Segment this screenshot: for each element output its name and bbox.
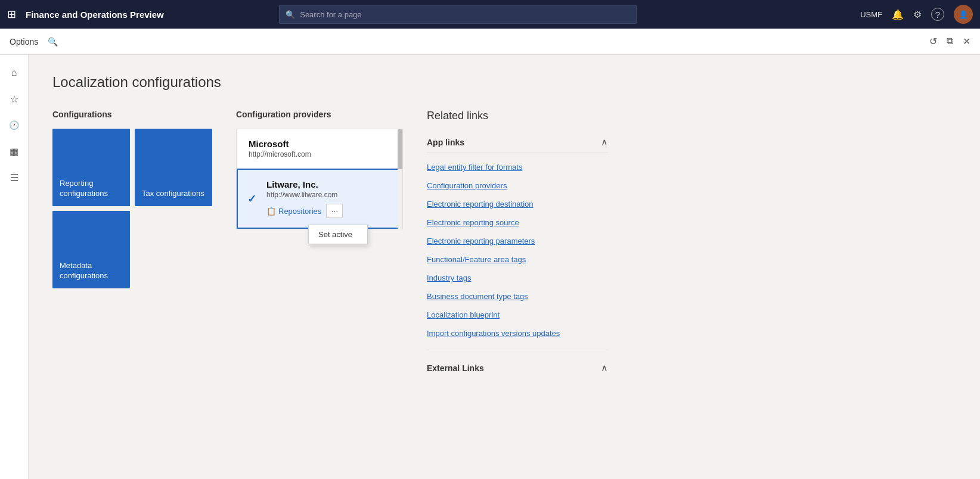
- link-functional-tags[interactable]: Functional/Feature area tags: [427, 250, 608, 269]
- repo-icon: 📋: [266, 207, 276, 216]
- help-icon[interactable]: ?: [931, 8, 944, 21]
- external-links-header: External Links ∧: [427, 357, 608, 378]
- page-content: Localization configurations Configuratio…: [29, 55, 980, 479]
- link-er-source[interactable]: Electronic reporting source: [427, 213, 608, 232]
- link-localization-blueprint[interactable]: Localization blueprint: [427, 306, 608, 324]
- provider-microsoft: Microsoft http://microsoft.com: [237, 129, 402, 169]
- litware-name: Litware, Inc.: [266, 179, 389, 189]
- close-icon[interactable]: ✕: [963, 36, 970, 47]
- set-active-item[interactable]: Set active: [309, 225, 367, 244]
- refresh-icon[interactable]: ↺: [929, 36, 937, 47]
- nav-right: USMF 🔔 ⚙ ? 👤: [860, 5, 973, 24]
- link-biz-doc-tags[interactable]: Business document type tags: [427, 287, 608, 306]
- content-grid: Configurations Reporting configurations …: [52, 110, 956, 378]
- provider-actions: 📋 Repositories ···: [266, 204, 389, 218]
- top-nav: ⊞ Finance and Operations Preview 🔍 USMF …: [0, 0, 980, 29]
- toolbar-right: ↺ ⧉ ✕: [929, 36, 970, 47]
- main-layout: ⌂ ☆ 🕐 ▦ ☰ Localization configurations Co…: [0, 55, 980, 479]
- providers-list: Microsoft http://microsoft.com ✓ Litware…: [236, 129, 403, 229]
- tax-tile[interactable]: Tax configurations: [135, 129, 212, 206]
- link-config-providers[interactable]: Configuration providers: [427, 176, 608, 195]
- page-title: Localization configurations: [52, 74, 956, 91]
- provider-litware: ✓ Litware, Inc. http://www.litware.com 📋…: [237, 169, 402, 229]
- external-links-label: External Links: [427, 363, 484, 373]
- sidebar-item-modules[interactable]: ☰: [4, 167, 25, 188]
- reporting-tile[interactable]: Reporting configurations: [52, 129, 130, 206]
- related-content-wrap: App links ∧ Legal entity filter for form…: [427, 132, 618, 378]
- company-label: USMF: [860, 10, 882, 19]
- sidebar-item-home[interactable]: ⌂: [4, 62, 25, 83]
- scrollbar-thumb: [398, 129, 402, 169]
- configurations-section: Configurations Reporting configurations …: [52, 110, 212, 288]
- ellipsis-btn[interactable]: ···: [326, 204, 343, 218]
- bell-icon[interactable]: 🔔: [892, 9, 904, 20]
- related-links-section: Related links App links ∧ Legal entity f…: [427, 110, 618, 378]
- app-title: Finance and Operations Preview: [26, 10, 164, 20]
- microsoft-name: Microsoft: [249, 139, 390, 149]
- empty-tile: [135, 211, 212, 288]
- toolbar: Options 🔍 ↺ ⧉ ✕: [0, 29, 980, 55]
- sidebar-item-recent[interactable]: 🕐: [4, 114, 25, 136]
- provider-scrollbar[interactable]: [398, 129, 402, 229]
- litware-url: http://www.litware.com: [266, 191, 389, 199]
- repositories-btn[interactable]: 📋 Repositories: [266, 207, 321, 216]
- avatar[interactable]: 👤: [954, 5, 973, 24]
- search-icon: 🔍: [286, 10, 295, 19]
- sidebar-icons: ⌂ ☆ 🕐 ▦ ☰: [0, 55, 29, 479]
- search-input[interactable]: [300, 10, 630, 19]
- divider: [427, 350, 608, 350]
- restore-icon[interactable]: ⧉: [947, 36, 953, 47]
- sidebar-item-favorites[interactable]: ☆: [4, 88, 25, 110]
- related-links-title: Related links: [427, 110, 618, 122]
- metadata-tile[interactable]: Metadata configurations: [52, 211, 130, 288]
- collapse-external-links-icon[interactable]: ∧: [601, 362, 608, 374]
- sidebar-item-workspaces[interactable]: ▦: [4, 141, 25, 162]
- link-er-destination[interactable]: Electronic reporting destination: [427, 195, 608, 213]
- collapse-app-links-icon[interactable]: ∧: [601, 136, 608, 148]
- microsoft-url: http://microsoft.com: [249, 150, 390, 158]
- app-links-label: App links: [427, 138, 464, 147]
- providers-section-title: Configuration providers: [236, 110, 403, 119]
- providers-section: Configuration providers Microsoft http:/…: [236, 110, 403, 229]
- config-tiles: Reporting configurations Tax configurati…: [52, 129, 212, 288]
- link-import-configs[interactable]: Import configurations versions updates: [427, 324, 608, 343]
- link-industry-tags[interactable]: Industry tags: [427, 269, 608, 287]
- dropdown-menu: Set active: [308, 225, 368, 244]
- toolbar-label: Options: [10, 37, 38, 46]
- ellipsis-icon: ···: [331, 206, 338, 216]
- checkmark-icon: ✓: [247, 192, 256, 206]
- toolbar-search-icon[interactable]: 🔍: [48, 37, 58, 46]
- link-legal-entity[interactable]: Legal entity filter for formats: [427, 158, 608, 176]
- configurations-section-title: Configurations: [52, 110, 212, 119]
- app-links-header: App links ∧: [427, 132, 608, 153]
- link-er-parameters[interactable]: Electronic reporting parameters: [427, 232, 608, 250]
- gear-icon[interactable]: ⚙: [913, 9, 922, 20]
- search-bar[interactable]: 🔍: [279, 5, 637, 24]
- grid-icon[interactable]: ⊞: [7, 8, 16, 21]
